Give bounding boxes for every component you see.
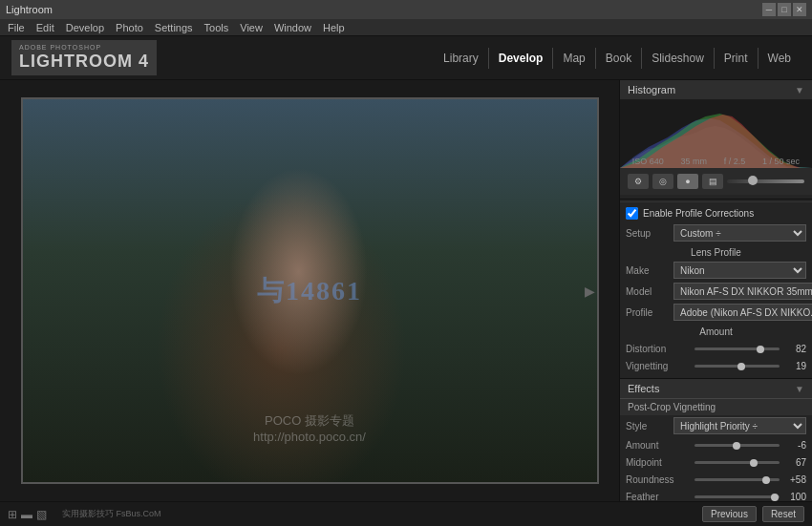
distortion-label: Distortion: [626, 344, 691, 354]
compare-icon[interactable]: ▧: [36, 508, 47, 521]
hist-iso: ISO 640: [632, 157, 664, 166]
filmstrip-icon[interactable]: ▬: [21, 508, 32, 521]
nav-library[interactable]: Library: [434, 48, 488, 69]
tone-slider-thumb[interactable]: [748, 176, 758, 185]
nav-map[interactable]: Map: [552, 48, 594, 69]
midpoint-thumb[interactable]: [750, 459, 758, 467]
nav-slideshow[interactable]: Slideshow: [641, 48, 714, 69]
bottom-bar: ⊞ ▬ ▧ 实用摄影技巧 FsBus.CoM Previous Reset: [0, 501, 812, 526]
model-row: Model Nikon AF-S DX NIKKOR 35mm...: [620, 281, 812, 302]
distortion-thumb[interactable]: [757, 346, 764, 353]
effects-amount-slider[interactable]: [694, 444, 780, 447]
enable-profile-row: Enable Profile Corrections: [620, 204, 812, 222]
tone-icon-1[interactable]: ⚙: [628, 174, 649, 189]
make-row: Make Nikon: [620, 260, 812, 281]
window-controls: ─ □ ✕: [762, 3, 806, 16]
tone-icon-2[interactable]: ◎: [652, 174, 673, 189]
roundness-thumb[interactable]: [762, 476, 770, 484]
nav-print[interactable]: Print: [714, 48, 758, 69]
close-button[interactable]: ✕: [793, 3, 806, 16]
grid-icon[interactable]: ⊞: [8, 508, 17, 521]
enable-profile-checkbox[interactable]: [626, 207, 638, 220]
nav-develop[interactable]: Develop: [488, 48, 553, 69]
right-panel: Histogram ▼ ISO 640 35 mm f / 2.5: [619, 80, 812, 501]
distortion-value: 82: [783, 344, 806, 354]
midpoint-label: Midpoint: [626, 457, 691, 468]
title-bar: Lightroom ─ □ ✕: [0, 0, 812, 19]
model-select[interactable]: Nikon AF-S DX NIKKOR 35mm...: [673, 283, 812, 300]
app-header: ADOBE PHOTOSHOP LIGHTROOM 4 Library Deve…: [0, 36, 812, 80]
poco-watermark: POCO 摄影专题 http://photo.poco.cn/: [253, 412, 366, 444]
vignetting-thumb[interactable]: [737, 363, 745, 370]
feather-slider[interactable]: [694, 495, 780, 498]
photo-wrapper: ◀ 与14861 POCO 摄影专题 http://photo.poco.cn/…: [21, 80, 599, 501]
vignetting-value: 19: [783, 361, 806, 371]
histogram-label: Histogram: [628, 84, 675, 95]
feather-value: 100: [783, 492, 806, 502]
post-crop-header: Post-Crop Vignetting: [620, 398, 812, 415]
histogram-area: ISO 640 35 mm f / 2.5 1 / 50 sec: [620, 99, 812, 168]
roundness-value: +58: [783, 474, 806, 485]
photo-area: ◀ 与14861 POCO 摄影专题 http://photo.poco.cn/…: [0, 80, 619, 501]
reset-button[interactable]: Reset: [762, 506, 804, 522]
menu-photo[interactable]: Photo: [116, 22, 143, 33]
menu-edit[interactable]: Edit: [36, 22, 54, 33]
menu-tools[interactable]: Tools: [204, 22, 229, 33]
histogram-section: Histogram ▼ ISO 640 35 mm f / 2.5: [620, 80, 812, 200]
model-label: Model: [626, 286, 673, 297]
vignetting-label: Vignetting: [626, 361, 691, 371]
roundness-row: Roundness +58: [620, 471, 812, 488]
style-label: Style: [626, 421, 673, 431]
effects-amount-thumb[interactable]: [733, 442, 740, 450]
menu-help[interactable]: Help: [323, 22, 345, 33]
nav-web[interactable]: Web: [758, 48, 801, 69]
midpoint-slider[interactable]: [694, 461, 780, 464]
divider-1: [620, 201, 812, 202]
main-content: ◀ 与14861 POCO 摄影专题 http://photo.poco.cn/…: [0, 80, 812, 501]
lens-corrections-section: Enable Profile Corrections Setup Custom …: [620, 200, 812, 379]
effects-header[interactable]: Effects ▼: [620, 379, 812, 398]
menu-file[interactable]: File: [8, 22, 25, 33]
histogram-expand-arrow: ▼: [795, 85, 804, 95]
feather-thumb[interactable]: [771, 494, 779, 501]
style-select[interactable]: Highlight Priority ÷: [673, 417, 806, 434]
feather-label: Feather: [626, 492, 691, 502]
setup-label: Setup: [626, 228, 673, 239]
distortion-slider[interactable]: [694, 347, 780, 350]
window-title: Lightroom: [6, 4, 762, 15]
lens-profile-header: Lens Profile: [620, 243, 812, 260]
feather-row: Feather 100: [620, 488, 812, 501]
make-label: Make: [626, 265, 673, 276]
make-select[interactable]: Nikon: [673, 262, 806, 279]
effects-amount-row: Amount -6: [620, 436, 812, 453]
menu-settings[interactable]: Settings: [155, 22, 193, 33]
tone-icon-4[interactable]: ▤: [702, 174, 723, 189]
roundness-slider[interactable]: [694, 478, 780, 481]
bottom-left-icons: ⊞ ▬ ▧: [8, 508, 47, 521]
distortion-row: Distortion 82: [620, 340, 812, 357]
menu-bar: File Edit Develop Photo Settings Tools V…: [0, 19, 812, 36]
previous-button[interactable]: Previous: [702, 506, 757, 522]
histogram-header[interactable]: Histogram ▼: [620, 80, 812, 99]
tone-icon-3[interactable]: ●: [677, 174, 698, 189]
photo-background: 与14861 POCO 摄影专题 http://photo.poco.cn/: [23, 99, 597, 482]
maximize-button[interactable]: □: [778, 3, 791, 16]
menu-window[interactable]: Window: [274, 22, 311, 33]
amount-header: Amount: [626, 326, 806, 337]
tone-bar: ⚙ ◎ ● ▤: [620, 168, 812, 195]
poco-line1: POCO 摄影专题: [253, 412, 366, 430]
effects-section: Effects ▼ Post-Crop Vignetting Style Hig…: [620, 379, 812, 501]
menu-develop[interactable]: Develop: [66, 22, 104, 33]
menu-view[interactable]: View: [240, 22, 263, 33]
nav-book[interactable]: Book: [595, 48, 641, 69]
hist-aperture: f / 2.5: [724, 157, 746, 166]
vignetting-slider[interactable]: [694, 365, 780, 368]
setup-select[interactable]: Custom ÷: [673, 224, 806, 242]
setup-row: Setup Custom ÷: [620, 222, 812, 243]
minimize-button[interactable]: ─: [762, 3, 776, 16]
effects-amount-label: Amount: [626, 440, 691, 451]
profile-label: Profile: [626, 307, 673, 318]
profile-select[interactable]: Adobe (Nikon AF-S DX NIKKO...: [673, 304, 812, 321]
tone-slider[interactable]: [727, 179, 804, 183]
next-photo-arrow[interactable]: ▶: [585, 284, 595, 299]
